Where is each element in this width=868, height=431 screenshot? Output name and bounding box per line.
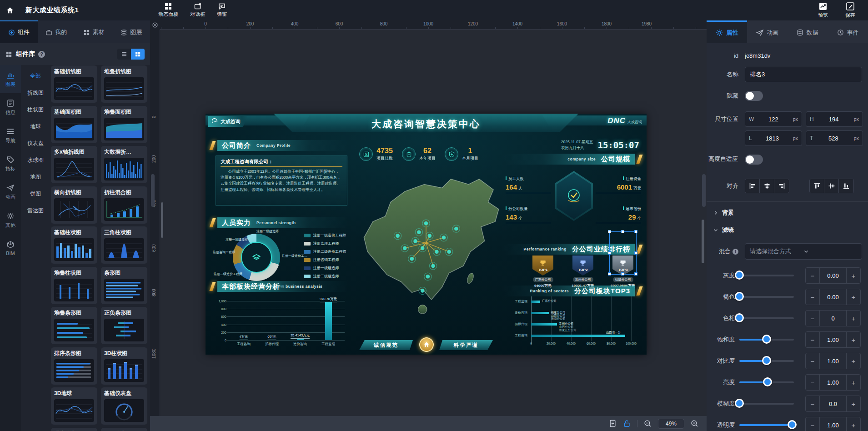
category-全部[interactable]: 全部 [21, 68, 50, 85]
size-stat[interactable]: 分公司数量143个 [506, 206, 551, 223]
filter-slider[interactable] [739, 360, 794, 362]
tab-我的[interactable]: 我的 [38, 20, 75, 43]
list-view-button[interactable] [117, 49, 131, 60]
selection-handle[interactable] [634, 230, 637, 233]
component-card[interactable]: 3D地球 [51, 387, 97, 425]
filter-slider[interactable] [739, 339, 794, 341]
align-right-button[interactable] [774, 179, 789, 193]
category-仪表盘[interactable]: 仪表盘 [21, 135, 50, 152]
zoom-out-button[interactable] [644, 420, 652, 427]
component-card[interactable]: 堆叠柱状图 [51, 267, 97, 304]
stepper-minus-button[interactable]: − [806, 311, 819, 326]
artboard-dashboard[interactable]: 大成咨询智慧决策中心 大成咨询 DNC 大成咨询 2025-11-07 星期五 … [206, 114, 647, 355]
slider-thumb[interactable] [762, 335, 771, 344]
category-水球图[interactable]: 水球图 [21, 152, 50, 169]
selection-handle[interactable] [608, 230, 611, 233]
stepper-minus-button[interactable]: − [806, 396, 819, 411]
tab-图层[interactable]: 图层 [113, 20, 151, 43]
component-card[interactable]: 横向折线图 [51, 186, 97, 224]
component-card[interactable]: 堆叠面积图 [101, 106, 147, 143]
align-bottom-button[interactable] [839, 179, 853, 193]
help-icon[interactable]: ? [38, 51, 45, 58]
tab-组件[interactable]: 组件 [0, 20, 38, 43]
filter-slider[interactable] [739, 403, 794, 405]
component-card[interactable]: 大数据折… [101, 146, 147, 183]
filter-slider[interactable] [739, 275, 794, 276]
zoom-in-button[interactable] [691, 420, 698, 427]
selection-handle[interactable] [608, 272, 611, 276]
inspector-tab-数据[interactable]: 数据 [788, 20, 828, 43]
dashboard-footer[interactable]: 诚信规范 科学严谨 [356, 337, 497, 352]
grid-view-button[interactable] [131, 49, 145, 60]
height-input[interactable]: H194px [806, 111, 863, 127]
hide-toggle[interactable] [745, 91, 763, 101]
rail-item-动画[interactable]: 动画 [0, 178, 21, 206]
rail-item-BIM[interactable]: BIM [0, 234, 21, 262]
component-card[interactable]: 堆叠折线图 [101, 65, 147, 103]
inspector-tab-事件[interactable]: 事件 [828, 20, 868, 43]
inspector-tab-属性[interactable]: 属性 [707, 20, 747, 43]
profile-panel-header[interactable]: 公司简介 Company Profile [211, 140, 348, 151]
datetime-widget[interactable]: 2025-11-07 星期五 农历九月十八 15:05:07 [561, 139, 639, 151]
sectors-panel-header[interactable]: Ranking of sectors 分公司板块TOP3 [504, 286, 641, 296]
align-middle-button[interactable] [824, 179, 839, 193]
design-canvas[interactable]: 0200400600800100012001400160018001980 02… [150, 20, 707, 431]
slider-thumb[interactable] [735, 271, 744, 280]
slider-thumb[interactable] [735, 292, 744, 301]
stepper-plus-button[interactable]: + [847, 417, 860, 431]
selection-handle[interactable] [608, 251, 611, 255]
filter-slider[interactable] [739, 381, 794, 383]
size-panel-header[interactable]: company size 公司规模 [504, 154, 641, 165]
left-input[interactable]: L1813px [745, 130, 802, 146]
stepper-plus-button[interactable]: + [847, 396, 860, 411]
business-panel-header[interactable]: 本部板块经营分析 business analysis [211, 281, 348, 292]
inspector-tab-动画[interactable]: 动画 [747, 20, 788, 43]
stepper-minus-button[interactable]: − [806, 332, 819, 347]
stepper-minus-button[interactable]: − [806, 289, 819, 305]
slider-thumb[interactable] [788, 420, 797, 429]
filter-section-toggle[interactable]: 滤镜 [713, 226, 734, 234]
slider-thumb[interactable] [762, 356, 771, 365]
header-action-preview[interactable]: 预览 [818, 2, 828, 19]
china-map[interactable] [337, 155, 515, 337]
header-tool-grid[interactable]: 动态面板 [158, 3, 178, 18]
stepper-minus-button[interactable]: − [806, 375, 819, 390]
stepper-minus-button[interactable]: − [806, 417, 819, 431]
category-地球[interactable]: 地球 [21, 118, 50, 135]
filter-slider[interactable] [739, 424, 794, 426]
selection-handle[interactable] [634, 251, 637, 255]
stepper-plus-button[interactable]: + [847, 311, 860, 326]
rail-item-指标[interactable]: 指标 [0, 150, 21, 178]
stepper-plus-button[interactable]: + [847, 375, 860, 390]
canvas-scrollbar-left[interactable] [161, 202, 163, 238]
align-center-button[interactable] [760, 179, 774, 193]
sectors-bar-chart[interactable]: 020,00040,00060,00080,000100,000工程监理广东分公… [507, 296, 641, 347]
width-input[interactable]: W122px [745, 111, 802, 127]
component-card[interactable]: 排序条形图 [51, 347, 97, 385]
tab-素材[interactable]: 素材 [75, 20, 113, 43]
component-card[interactable]: 进度仪表盘 [51, 428, 97, 431]
selection-handle[interactable] [621, 272, 624, 276]
right-panel-collapse-handle[interactable] [702, 174, 706, 207]
selection-handle[interactable] [634, 272, 637, 276]
top-input[interactable]: T528px [806, 130, 863, 146]
category-地图[interactable]: 地图 [21, 169, 50, 185]
business-bar-chart[interactable]: 1,00080060040020004万元工程咨询0万元招标代理35.4143万… [212, 295, 348, 348]
dashboard-logo[interactable]: 大成咨询 [208, 116, 248, 127]
stepper-minus-button[interactable]: − [806, 353, 819, 369]
stepper-plus-button[interactable]: + [847, 353, 860, 369]
component-card[interactable]: 阶段仪表盘 [101, 428, 147, 431]
size-stat[interactable]: 注册资金6001万元 [596, 176, 641, 193]
footer-home-button[interactable] [419, 337, 434, 352]
stepper-plus-button[interactable]: + [847, 268, 860, 283]
blend-mode-select[interactable]: 请选择混合方式 [745, 243, 862, 260]
rail-item-信息[interactable]: 信息 [0, 93, 21, 121]
size-stat[interactable]: 员工人数164人 [506, 176, 551, 193]
component-card[interactable]: 多x轴折线图 [51, 146, 97, 183]
component-card[interactable]: 基础柱状图 [51, 226, 97, 264]
component-card[interactable]: 基础面积图 [51, 106, 97, 143]
selection-handle[interactable] [621, 230, 624, 233]
rail-item-其他[interactable]: 其他 [0, 206, 21, 234]
header-tool-dialog[interactable]: 对话框 [190, 3, 205, 18]
selection-box[interactable] [609, 231, 637, 275]
